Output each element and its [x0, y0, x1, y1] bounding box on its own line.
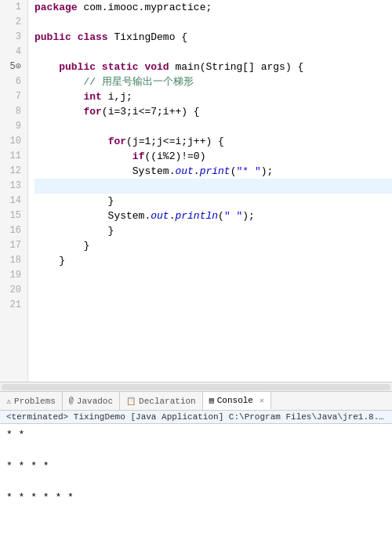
horizontal-scrollbar[interactable]: [0, 382, 392, 391]
console-line-4: [6, 474, 386, 490]
kw-int: int: [83, 89, 101, 104]
method-print: print: [200, 164, 230, 179]
console-line-1: * *: [6, 427, 386, 443]
kw-for-8: for: [83, 104, 101, 119]
tab-console-label: Console: [217, 396, 253, 405]
tab-problems-label: Problems: [14, 397, 56, 406]
ln-3: 3: [6, 30, 21, 45]
string-space: " ": [224, 208, 242, 223]
code-line-11: if((i%2)!=0): [34, 149, 392, 164]
ln-15: 15: [6, 208, 21, 223]
ln-1: 1: [6, 0, 21, 15]
console-icon: ▤: [209, 396, 214, 405]
kw-static: static: [102, 60, 139, 74]
comment-6: // 用星号输出一个梯形: [83, 74, 193, 89]
code-line-10: for(j=1;j<=i;j++) {: [34, 134, 392, 149]
console-line-2: [6, 443, 386, 458]
ln-2: 2: [6, 15, 21, 30]
method-println: println: [175, 208, 218, 223]
code-line-15: System.out.println(" ");: [34, 208, 392, 223]
ln-19: 19: [6, 268, 21, 283]
console-close-x: ✕: [260, 396, 264, 405]
code-line-16: }: [34, 223, 392, 238]
scrollbar-track[interactable]: [2, 384, 390, 390]
code-line-7: int i,j;: [34, 89, 392, 104]
code-line-8: for(i=3;i<=7;i++) {: [34, 104, 392, 119]
console-output: * * * * * * * * * * * *: [0, 424, 392, 540]
code-editor[interactable]: 1 2 3 4 5⊙ 6 7 8 9 10 11 12 13 14 15 16 …: [0, 0, 392, 392]
code-lines[interactable]: package com.imooc.mypractice; public cla…: [28, 0, 392, 382]
code-line-9: [34, 119, 392, 134]
ln-17: 17: [6, 238, 21, 253]
console-area: <terminated> TixingDemo [Java Applicatio…: [0, 411, 392, 540]
ln-10: 10: [6, 134, 21, 149]
tab-console[interactable]: ▤ Console ✕: [203, 392, 271, 410]
console-header: <terminated> TixingDemo [Java Applicatio…: [0, 411, 392, 424]
console-header-text: <terminated> TixingDemo [Java Applicatio…: [6, 412, 392, 422]
string-star: "* ": [236, 164, 260, 179]
field-out-12: out: [175, 164, 193, 179]
ln-14: 14: [6, 194, 21, 208]
ln-4: 4: [6, 45, 21, 60]
ln-9: 9: [6, 119, 21, 134]
ln-11: 11: [6, 149, 21, 164]
tab-javadoc[interactable]: @ Javadoc: [63, 392, 120, 410]
code-line-2: [34, 15, 392, 30]
code-line-17: }: [34, 238, 392, 253]
kw-void: void: [144, 60, 169, 74]
code-line-1: package com.imooc.mypractice;: [34, 0, 392, 15]
line-numbers: 1 2 3 4 5⊙ 6 7 8 9 10 11 12 13 14 15 16 …: [0, 0, 28, 382]
declaration-icon: 📋: [126, 397, 136, 406]
ln-5: 5⊙: [6, 60, 21, 74]
console-line-5: * * * * * *: [6, 490, 386, 506]
code-line-18: }: [34, 253, 392, 268]
ln-21: 21: [6, 298, 21, 313]
code-line-21: [34, 298, 392, 313]
field-out-15: out: [151, 208, 169, 223]
ln-8: 8: [6, 104, 21, 119]
code-line-6: // 用星号输出一个梯形: [34, 74, 392, 89]
ln-12: 12: [6, 164, 21, 179]
console-line-3: * * * *: [6, 458, 386, 474]
tab-declaration-label: Declaration: [139, 397, 196, 406]
code-line-5: public static void main(String[] args) {: [34, 60, 392, 74]
code-line-3: public class TixingDemo {: [34, 30, 392, 45]
code-area: 1 2 3 4 5⊙ 6 7 8 9 10 11 12 13 14 15 16 …: [0, 0, 392, 382]
ln-16: 16: [6, 223, 21, 238]
kw-public-3: public: [34, 30, 71, 45]
kw-public-5: public: [59, 60, 96, 74]
tab-bar: ⚠ Problems @ Javadoc 📋 Declaration ▤ Con…: [0, 392, 392, 411]
ln-7: 7: [6, 89, 21, 104]
ln-20: 20: [6, 283, 21, 298]
problems-icon: ⚠: [6, 397, 11, 406]
kw-if: if: [132, 149, 145, 164]
tab-declaration[interactable]: 📋 Declaration: [120, 392, 203, 410]
tab-javadoc-label: Javadoc: [77, 397, 113, 406]
code-line-19: [34, 268, 392, 283]
tab-problems[interactable]: ⚠ Problems: [0, 392, 63, 410]
ln-18: 18: [6, 253, 21, 268]
code-line-20: [34, 283, 392, 298]
javadoc-icon: @: [69, 397, 74, 405]
code-line-14: }: [34, 194, 392, 208]
kw-class: class: [78, 30, 108, 45]
kw-package: package: [34, 0, 78, 15]
code-line-4: [34, 45, 392, 60]
ln-13: 13: [6, 179, 21, 194]
code-line-12: System.out.print("* ");: [34, 164, 392, 179]
code-line-13: [34, 179, 392, 194]
kw-for-10: for: [108, 134, 126, 149]
ln-6: 6: [6, 74, 21, 89]
